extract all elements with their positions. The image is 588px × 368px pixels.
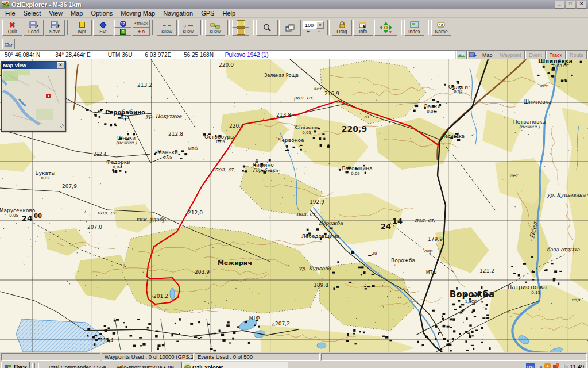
map-overlay-button[interactable] bbox=[232, 20, 249, 28]
terrain-dot bbox=[331, 323, 331, 323]
terrain-dot bbox=[35, 241, 36, 241]
drag-button[interactable]: Drag bbox=[332, 20, 352, 36]
info-button[interactable]: Info bbox=[353, 20, 373, 36]
track-point-button[interactable]: + o bbox=[133, 28, 150, 36]
zoom-tool-button[interactable] bbox=[256, 20, 278, 36]
map-image-button[interactable] bbox=[456, 51, 467, 59]
menu-moving-map[interactable]: Moving Map bbox=[117, 10, 159, 17]
building bbox=[214, 333, 216, 334]
route-show-button[interactable]: SHOW bbox=[205, 20, 225, 36]
map-view-titlebar[interactable]: Map View ✕ bbox=[2, 62, 65, 69]
task-browser[interactable]: velo-sport.sumy.ua • Ли... bbox=[113, 362, 180, 368]
building bbox=[219, 330, 220, 332]
language-indicator[interactable]: RU bbox=[526, 363, 535, 368]
building bbox=[139, 337, 142, 339]
menu-navigation[interactable]: Navigation bbox=[159, 10, 197, 17]
name-button[interactable]: a Name bbox=[431, 20, 451, 36]
save-disk-icon bbox=[51, 21, 60, 29]
terrain-dot bbox=[90, 214, 90, 215]
building bbox=[334, 288, 336, 290]
map-label: Червоное bbox=[278, 137, 304, 143]
map-canvas[interactable]: Голубовка0,49СССеробабино0,11ур. Покутно… bbox=[0, 59, 588, 352]
toolbar-separator bbox=[252, 20, 254, 35]
menu-gps[interactable]: GPS bbox=[197, 10, 218, 17]
menu-view[interactable]: View bbox=[45, 10, 67, 17]
building bbox=[237, 326, 239, 328]
terrain-dot bbox=[521, 130, 522, 131]
track-add-button[interactable]: •TRACK bbox=[133, 20, 150, 28]
building bbox=[162, 344, 164, 347]
maximize-button[interactable]: □ bbox=[566, 1, 575, 9]
quit-button[interactable]: ✖ Quit bbox=[2, 20, 22, 36]
minimize-button[interactable]: _ bbox=[555, 1, 564, 9]
menu-map[interactable]: Map bbox=[67, 10, 87, 17]
map-points-button[interactable]: 12 bbox=[114, 20, 131, 28]
building bbox=[475, 330, 478, 331]
tray-chevron[interactable]: « bbox=[540, 364, 543, 368]
building bbox=[126, 326, 127, 328]
projection-button[interactable] bbox=[2, 39, 15, 49]
building bbox=[214, 350, 216, 351]
map-label: (нежил.) bbox=[519, 124, 541, 129]
terrain-dot bbox=[473, 134, 473, 135]
map-label: Хальково bbox=[294, 125, 320, 131]
event-button[interactable]: Evt bbox=[93, 20, 113, 36]
map-window-button[interactable] bbox=[279, 20, 301, 36]
pan-arrows-button[interactable]: x bbox=[374, 20, 397, 36]
close-button[interactable]: ✕ bbox=[577, 1, 586, 9]
mode-track-button[interactable]: Track bbox=[546, 51, 566, 59]
clock[interactable]: 11:49 bbox=[570, 364, 584, 368]
load-button[interactable]: Load bbox=[24, 20, 44, 36]
save-position-button[interactable] bbox=[467, 51, 478, 59]
index-button[interactable]: Index bbox=[404, 20, 424, 36]
building bbox=[442, 318, 444, 320]
tray-app-icon[interactable] bbox=[544, 363, 551, 368]
zoom-in-button[interactable]: + bbox=[307, 29, 310, 34]
landscape-icon bbox=[458, 52, 465, 57]
waypoint-button[interactable]: Wpt bbox=[72, 20, 92, 36]
menu-select[interactable]: Select bbox=[20, 10, 45, 17]
map-view-close-icon[interactable]: ✕ bbox=[57, 62, 64, 69]
zoom-select[interactable]: 100 ▼ bbox=[303, 21, 324, 29]
terrain-dot bbox=[279, 170, 280, 170]
map-overlay2-button[interactable] bbox=[232, 28, 249, 36]
menu-help[interactable]: Help bbox=[218, 10, 239, 17]
task-total-commander[interactable]: Total Commander 7.55a ... bbox=[44, 362, 111, 368]
menu-options[interactable]: Options bbox=[87, 10, 117, 17]
building bbox=[179, 154, 180, 155]
terrain-dot bbox=[207, 276, 207, 277]
save-button[interactable]: Save bbox=[45, 20, 65, 36]
tray-alert-icon[interactable] bbox=[553, 363, 560, 368]
topographic-map[interactable]: Голубовка0,49СССеробабино0,11ур. Покутно… bbox=[0, 59, 588, 352]
overview-map[interactable] bbox=[2, 69, 64, 130]
mode-waypoint-button[interactable]: Waypoint bbox=[497, 51, 525, 59]
terrain-dot bbox=[96, 275, 96, 276]
lock-icon bbox=[339, 21, 346, 29]
tray-network-icon[interactable] bbox=[562, 363, 568, 368]
track-show-button[interactable]: SHOW bbox=[157, 20, 177, 36]
zoom-out-button[interactable]: − bbox=[318, 29, 320, 34]
map-label: 213,2 bbox=[137, 82, 152, 88]
map-view-panel[interactable]: Map View ✕ bbox=[1, 61, 66, 132]
building bbox=[320, 239, 322, 240]
building bbox=[447, 326, 450, 328]
chevron-down-icon[interactable]: ▼ bbox=[316, 21, 324, 29]
toolbar-separator bbox=[227, 20, 230, 35]
terrain-dot bbox=[531, 328, 531, 328]
menu-file[interactable]: File bbox=[1, 10, 20, 17]
comment-button[interactable]: C bbox=[114, 28, 131, 36]
track2-show-button[interactable]: ○ SHOW bbox=[178, 20, 198, 36]
task-oziexplorer[interactable]: OziExplorer bbox=[181, 362, 288, 368]
terrain-dot bbox=[288, 129, 289, 129]
building bbox=[551, 263, 554, 264]
mode-event-button[interactable]: Event bbox=[525, 51, 546, 59]
mode-map-button[interactable]: Map bbox=[479, 51, 496, 59]
map-label: 203,9 bbox=[195, 269, 210, 275]
mode-route-button[interactable]: Route bbox=[566, 51, 587, 59]
terrain-dot bbox=[514, 206, 515, 207]
terrain-dot bbox=[379, 133, 380, 134]
start-button[interactable]: Пуск bbox=[1, 362, 30, 368]
app-icon bbox=[2, 1, 9, 9]
terrain-dot bbox=[258, 293, 259, 293]
map-label: Маньки bbox=[157, 150, 178, 155]
